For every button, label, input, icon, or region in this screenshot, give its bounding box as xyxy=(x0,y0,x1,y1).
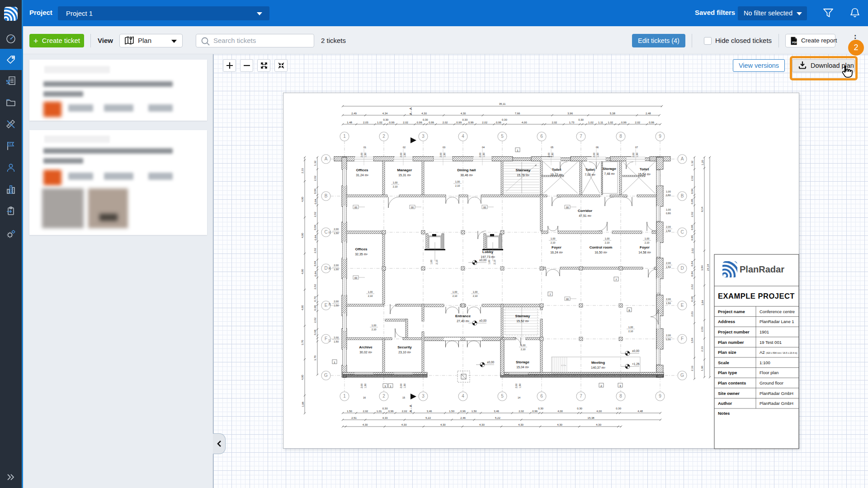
svg-text:3: 3 xyxy=(422,394,425,399)
svg-text:D: D xyxy=(324,266,327,271)
svg-text:1,50: 1,50 xyxy=(443,153,446,158)
svg-text:00: 00 xyxy=(483,206,486,209)
svg-text:1,50: 1,50 xyxy=(334,232,339,235)
svg-text:30,46 m²: 30,46 m² xyxy=(460,174,473,177)
svg-text:Conference centre: Conference centre xyxy=(760,309,795,314)
svg-text:06: 06 xyxy=(596,146,599,149)
svg-text:4,30: 4,30 xyxy=(421,112,427,115)
svg-text:15,54 m²: 15,54 m² xyxy=(638,173,651,176)
svg-text:1,00: 1,00 xyxy=(430,260,433,265)
svg-text:Toilet: Toilet xyxy=(585,168,595,172)
svg-text:2,00: 2,00 xyxy=(400,384,402,389)
svg-text:1,50: 1,50 xyxy=(596,153,599,158)
svg-text:1,02: 1,02 xyxy=(608,121,613,124)
svg-text:2,02: 2,02 xyxy=(691,211,694,217)
svg-text:1,02: 1,02 xyxy=(588,121,594,124)
svg-text:2,02: 2,02 xyxy=(314,284,317,289)
svg-text:3,70: 3,70 xyxy=(314,355,317,361)
svg-text:2,00: 2,00 xyxy=(334,336,339,339)
svg-text:Meeting: Meeting xyxy=(591,361,605,365)
svg-text:0,85: 0,85 xyxy=(691,198,694,204)
svg-text:24,34: 24,34 xyxy=(707,264,709,271)
svg-text:0,84: 0,84 xyxy=(314,261,317,266)
svg-text:±0,00: ±0,00 xyxy=(479,258,487,262)
svg-text:0,99: 0,99 xyxy=(429,121,434,124)
svg-text:2,02: 2,02 xyxy=(402,410,407,413)
svg-text:00: 00 xyxy=(566,206,569,209)
svg-text:0,30: 0,30 xyxy=(578,118,584,121)
svg-text:0,30: 0,30 xyxy=(577,407,582,410)
svg-text:2,10: 2,10 xyxy=(435,260,438,265)
svg-text:E: E xyxy=(681,303,684,308)
svg-text:2,33: 2,33 xyxy=(302,168,304,173)
svg-text:2,00: 2,00 xyxy=(360,384,363,389)
svg-text:2,10: 2,10 xyxy=(628,330,633,333)
svg-text:2,00: 2,00 xyxy=(334,300,339,303)
svg-text:Plan contents: Plan contents xyxy=(718,380,746,385)
svg-text:2,10: 2,10 xyxy=(455,184,460,187)
svg-text:G: G xyxy=(680,373,684,378)
svg-text:2,00: 2,00 xyxy=(547,153,550,158)
svg-text:A - A: A - A xyxy=(409,404,413,413)
svg-text:14,58 m²: 14,58 m² xyxy=(638,251,651,254)
svg-text:02: 02 xyxy=(403,146,406,149)
svg-text:1,32: 1,32 xyxy=(691,160,694,166)
svg-text:0,68: 0,68 xyxy=(314,305,317,310)
svg-text:4,30: 4,30 xyxy=(401,423,407,426)
svg-text:Corridor: Corridor xyxy=(578,209,592,213)
svg-text:15,38: 15,38 xyxy=(588,417,595,419)
svg-text:07: 07 xyxy=(635,146,638,149)
svg-text:2,10: 2,10 xyxy=(372,328,377,331)
svg-text:4,30: 4,30 xyxy=(479,423,485,426)
svg-text:D: D xyxy=(680,266,684,271)
svg-text:4,30: 4,30 xyxy=(363,423,368,426)
svg-text:2,10: 2,10 xyxy=(453,295,458,297)
svg-text:2,00: 2,00 xyxy=(666,262,671,264)
svg-text:00: 00 xyxy=(411,206,414,209)
svg-text:1,50: 1,50 xyxy=(666,266,671,268)
svg-text:31,24 m²: 31,24 m² xyxy=(356,174,368,177)
svg-text:±0,00: ±0,00 xyxy=(632,349,640,352)
svg-text:0,84: 0,84 xyxy=(314,199,317,204)
svg-text:1,00: 1,00 xyxy=(666,190,671,193)
svg-text:2,10: 2,10 xyxy=(521,348,526,351)
svg-text:19 Test 001: 19 Test 001 xyxy=(760,340,782,345)
svg-text:Notes: Notes xyxy=(718,411,730,416)
svg-text:1,00: 1,00 xyxy=(488,260,491,265)
svg-text:+1,25: +1,25 xyxy=(632,362,640,366)
svg-text:1,00: 1,00 xyxy=(551,237,556,240)
svg-text:0,30: 0,30 xyxy=(383,118,388,121)
svg-text:14: 14 xyxy=(518,396,520,399)
svg-text:2,10: 2,10 xyxy=(605,241,610,244)
svg-text:5: 5 xyxy=(501,394,504,399)
svg-text:0,30: 0,30 xyxy=(502,118,507,121)
svg-text:4,00: 4,00 xyxy=(302,305,304,310)
svg-text:4,34: 4,34 xyxy=(382,112,388,115)
svg-text:1,50: 1,50 xyxy=(347,410,352,413)
svg-text:1,00: 1,00 xyxy=(521,344,526,347)
svg-text:1,50: 1,50 xyxy=(364,384,367,389)
svg-text:2: 2 xyxy=(382,134,385,139)
svg-text:8: 8 xyxy=(619,134,622,139)
svg-text:0,99: 0,99 xyxy=(649,121,654,124)
svg-text:EXAMPLE PROJECT: EXAMPLE PROJECT xyxy=(718,292,795,300)
svg-text:2,00: 2,00 xyxy=(479,153,481,158)
svg-text:2,00: 2,00 xyxy=(632,153,635,158)
svg-text:1,00: 1,00 xyxy=(605,237,610,240)
svg-text:1,00: 1,00 xyxy=(666,208,671,211)
svg-text:2,02: 2,02 xyxy=(691,175,694,181)
svg-text:197,73 m²: 197,73 m² xyxy=(481,255,495,258)
svg-text:7: 7 xyxy=(580,134,582,139)
svg-text:1,01: 1,01 xyxy=(377,410,382,413)
svg-text:Plan size: Plan size xyxy=(718,350,736,355)
svg-text:A - A: A - A xyxy=(409,107,413,115)
svg-text:0,84: 0,84 xyxy=(314,188,317,194)
svg-text:7,00 m²: 7,00 m² xyxy=(585,173,595,176)
svg-text:32,35 m²: 32,35 m² xyxy=(355,253,368,256)
svg-text:15,31 m²: 15,31 m² xyxy=(398,174,411,177)
svg-text:2: 2 xyxy=(382,394,385,399)
svg-text:Foyer: Foyer xyxy=(640,245,650,249)
svg-text:F: F xyxy=(325,336,327,341)
svg-text:C: C xyxy=(324,230,327,235)
svg-text:0,30: 0,30 xyxy=(616,407,621,410)
